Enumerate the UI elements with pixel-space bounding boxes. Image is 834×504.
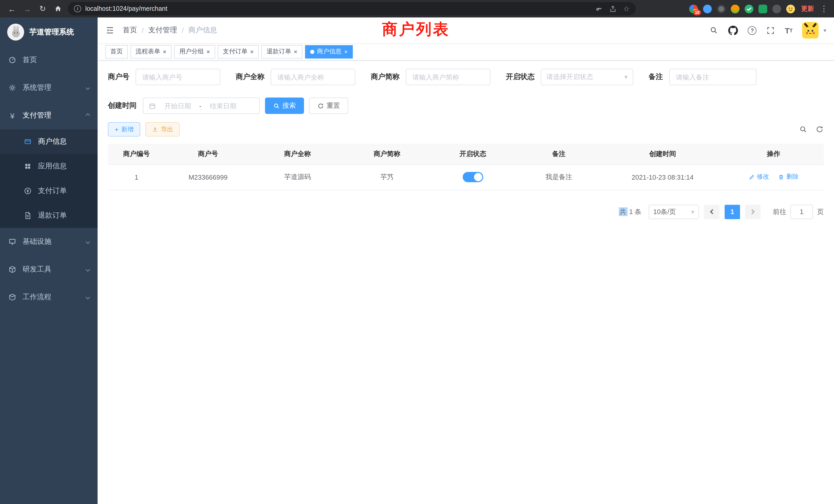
extension-smiley-icon[interactable]: [786, 4, 795, 13]
export-button[interactable]: 导出: [145, 122, 180, 137]
status-switch[interactable]: [463, 172, 483, 182]
sidebar-item-infrastructure[interactable]: 基础设施: [0, 228, 97, 256]
github-icon[interactable]: [728, 25, 738, 35]
browser-toolbar: ← → ↻ i localhost:1024/pay/merchant ☆ 10: [0, 0, 834, 18]
share-icon[interactable]: [609, 5, 617, 13]
col-header: 开启状态: [430, 144, 516, 164]
forward-icon[interactable]: →: [22, 3, 33, 14]
sidebar-item-dev-tools[interactable]: 研发工具: [0, 256, 97, 283]
tab-process-form[interactable]: 流程表单 ×: [130, 45, 172, 58]
app-logo[interactable]: 芋道管理系统: [0, 18, 97, 46]
tab-close-icon[interactable]: ×: [344, 48, 348, 55]
tab-pay-order[interactable]: 支付订单 ×: [218, 45, 259, 58]
extension-blue-icon[interactable]: [703, 4, 712, 13]
sidebar-item-system[interactable]: 系统管理: [0, 74, 97, 101]
sidebar-item-app-info[interactable]: 应用信息: [0, 154, 97, 179]
sidebar: 芋道管理系统 首页 系统管理 ¥ 支付管理: [0, 18, 97, 504]
status-select[interactable]: 请选择开启状态 ▾: [541, 69, 633, 85]
breadcrumb-payment[interactable]: 支付管理: [148, 26, 177, 35]
tab-user-group[interactable]: 用户分组 ×: [174, 45, 215, 58]
filter-label: 商户简称: [371, 72, 399, 82]
cell-actions: 修改 删除: [724, 164, 824, 190]
chevron-down-icon: ▾: [691, 208, 694, 215]
sidebar-menu: 首页 系统管理 ¥ 支付管理 商户信息: [0, 46, 97, 311]
home-icon[interactable]: [52, 3, 64, 14]
cell-short-name: 芋艿: [344, 164, 430, 190]
next-page-button[interactable]: [745, 205, 761, 219]
extension-gray-icon[interactable]: [717, 4, 726, 13]
cell-remark: 我是备注: [516, 164, 602, 190]
col-header: 商户号: [165, 144, 251, 164]
avatar-caret-icon[interactable]: ▾: [824, 27, 826, 33]
extension-tray: 10: [689, 4, 795, 13]
extension-green-doc-icon[interactable]: [759, 4, 767, 13]
back-icon[interactable]: ←: [6, 3, 18, 14]
start-date-input[interactable]: [159, 102, 196, 110]
page-size-select[interactable]: 10条/页 ▾: [649, 205, 699, 219]
breadcrumb-separator: /: [142, 26, 144, 35]
add-button[interactable]: + 新增: [108, 122, 140, 137]
delete-link[interactable]: 删除: [778, 173, 798, 181]
font-size-icon[interactable]: TT: [785, 26, 793, 35]
create-time-range-picker[interactable]: -: [143, 97, 260, 114]
remark-input[interactable]: [669, 69, 756, 85]
fullscreen-icon[interactable]: [766, 26, 775, 35]
app-title: 芋道管理系统: [29, 27, 74, 37]
edit-link[interactable]: 修改: [748, 173, 769, 181]
refresh-table-icon[interactable]: [815, 125, 824, 134]
chrome-update-button[interactable]: 更新: [799, 4, 816, 13]
screen: ← → ↻ i localhost:1024/pay/merchant ☆ 10: [0, 0, 834, 504]
end-date-input[interactable]: [205, 102, 242, 110]
full-name-input[interactable]: [271, 69, 355, 85]
page-1-button[interactable]: 1: [725, 205, 740, 219]
yen-icon: ¥: [8, 111, 17, 120]
extensions-icon[interactable]: 10: [689, 4, 698, 13]
browser-menu-icon[interactable]: ⋮: [820, 4, 828, 13]
sidebar-item-payment[interactable]: ¥ 支付管理: [0, 101, 97, 129]
merchant-no-input[interactable]: [136, 69, 220, 85]
tab-home[interactable]: 首页: [105, 45, 128, 58]
prev-page-button[interactable]: [704, 205, 720, 219]
short-name-input[interactable]: [406, 69, 490, 85]
tab-close-icon[interactable]: ×: [206, 48, 210, 55]
extension-green-check-icon[interactable]: [745, 4, 753, 13]
filter-label: 备注: [649, 72, 663, 82]
breadcrumb-separator: /: [182, 26, 184, 35]
breadcrumb-home[interactable]: 首页: [123, 26, 137, 35]
password-key-icon[interactable]: [595, 5, 603, 13]
user-avatar[interactable]: [803, 22, 819, 39]
search-icon[interactable]: [709, 26, 719, 35]
goto-page-input[interactable]: [790, 205, 813, 219]
filter-label: 商户号: [108, 72, 129, 82]
bookmark-star-icon[interactable]: ☆: [623, 5, 630, 13]
table-row: 1 M233666999 芋道源码 芋艿 我是备注 2021-10-23 08:…: [108, 164, 824, 190]
extension-dark-icon[interactable]: [772, 4, 781, 13]
sidebar-item-workflow[interactable]: 工作流程: [0, 283, 97, 311]
sidebar-item-home[interactable]: 首页: [0, 46, 97, 74]
filter-short-name: 商户简称: [371, 69, 490, 85]
tab-close-icon[interactable]: ×: [294, 48, 297, 55]
tab-refund-order[interactable]: 退款订单 ×: [261, 45, 303, 58]
filter-label: 创建时间: [108, 101, 137, 110]
help-icon[interactable]: ?: [748, 26, 756, 35]
tab-merchant-info[interactable]: 商户信息 ×: [305, 45, 353, 58]
extension-avatar-icon[interactable]: [731, 4, 740, 13]
cell-create-time: 2021-10-23 08:31:14: [602, 164, 724, 190]
tab-close-icon[interactable]: ×: [163, 48, 167, 55]
sidebar-item-merchant-info[interactable]: 商户信息: [0, 129, 97, 154]
sidebar-item-pay-order[interactable]: 支付订单: [0, 179, 97, 203]
address-bar[interactable]: i localhost:1024/pay/merchant ☆: [68, 2, 636, 16]
reload-icon[interactable]: ↻: [37, 3, 48, 14]
tab-close-icon[interactable]: ×: [250, 48, 254, 55]
toggle-search-icon[interactable]: [799, 125, 807, 134]
chevron-up-icon: [86, 113, 90, 118]
sidebar-toggle-icon[interactable]: [105, 26, 114, 35]
search-icon: [273, 102, 280, 109]
reset-button[interactable]: 重置: [309, 97, 348, 114]
site-info-icon[interactable]: i: [74, 5, 81, 12]
cell-status: [430, 164, 516, 190]
chevron-down-icon: [86, 86, 90, 90]
sidebar-item-refund-order[interactable]: 退款订单: [0, 203, 97, 228]
search-button[interactable]: 搜索: [265, 97, 304, 114]
col-header: 商户编号: [108, 144, 165, 164]
